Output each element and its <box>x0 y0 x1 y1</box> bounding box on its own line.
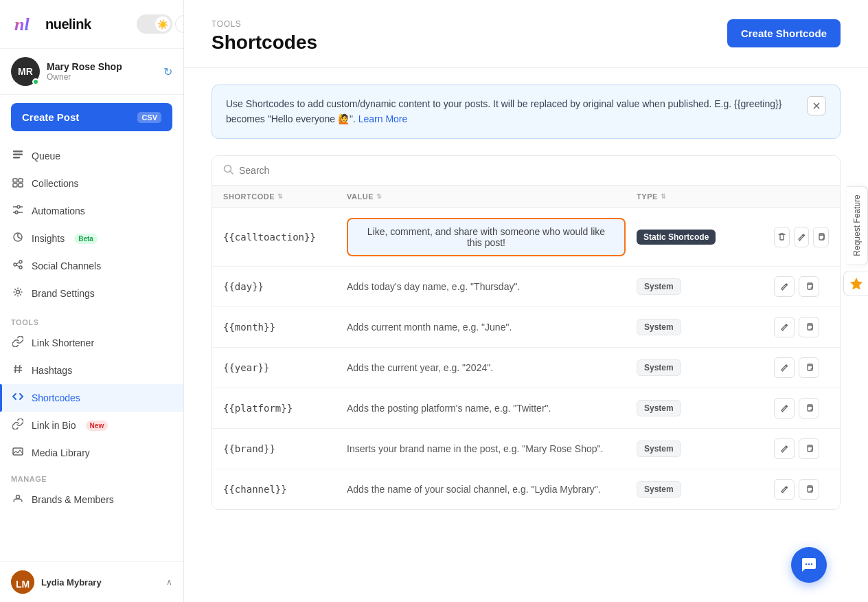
svg-line-23 <box>19 365 20 373</box>
search-input[interactable] <box>239 165 829 176</box>
sidebar-item-automations-label: Automations <box>32 205 85 216</box>
type-badge-system: System <box>637 278 681 295</box>
edit-button[interactable] <box>774 357 795 378</box>
svg-rect-4 <box>13 157 20 159</box>
sidebar-item-queue-label: Queue <box>32 150 60 161</box>
theme-toggle[interactable]: ☀️ <box>137 14 172 34</box>
svg-rect-36 <box>808 406 812 411</box>
account-name: Mary Rose Shop <box>47 61 157 72</box>
copy-button[interactable] <box>799 398 819 419</box>
sidebar: nl nuelink ☀️ ‹ MR Mary Ro <box>0 0 184 602</box>
search-bar <box>212 156 840 186</box>
svg-point-27 <box>16 495 20 499</box>
main-content: TOOLS Shortcodes Create Shortcode Use Sh… <box>184 0 868 602</box>
create-shortcode-button[interactable]: Create Shortcode <box>727 19 841 47</box>
sort-value-icon[interactable]: ⇅ <box>376 193 382 200</box>
type-badge-system: System <box>637 441 681 457</box>
sidebar-item-insights[interactable]: Insights Beta <box>0 225 183 252</box>
edit-button[interactable] <box>774 276 795 297</box>
svg-rect-2 <box>13 150 23 153</box>
edit-button[interactable] <box>774 438 795 459</box>
sidebar-item-hashtags[interactable]: Hashtags <box>0 357 183 384</box>
queue-icon <box>11 149 25 163</box>
svg-rect-37 <box>808 447 812 452</box>
sidebar-item-queue[interactable]: Queue <box>0 142 183 170</box>
table-header: SHORTCODE ⇅ VALUE ⇅ TYPE ⇅ <box>212 186 840 208</box>
request-feature-tab[interactable]: Request Feature <box>847 186 868 265</box>
sidebar-footer[interactable]: LM Lydia Mybrary ∧ <box>0 561 183 602</box>
chevron-down-icon: ∧ <box>166 577 172 587</box>
link-in-bio-new-badge: New <box>86 421 108 431</box>
automations-icon <box>11 204 25 218</box>
tools-section-label: TOOLS <box>0 310 183 329</box>
actions-platform <box>774 398 829 419</box>
create-post-button[interactable]: Create Post CSV <box>11 103 172 131</box>
sidebar-item-automations[interactable]: Automations <box>0 197 183 225</box>
sidebar-item-hashtags-label: Hashtags <box>32 365 72 376</box>
value-highlighted-calltoaction[interactable]: Like, comment, and share with someone wh… <box>347 218 626 256</box>
value-day: Adds today's day name, e.g. "Thursday". <box>347 281 637 292</box>
tools-nav: Link Shortener Hashtags Shortcodes Link … <box>0 329 183 467</box>
footer-user-avatar: LM <box>11 570 34 594</box>
brands-members-icon <box>11 493 25 506</box>
svg-rect-5 <box>13 179 17 182</box>
sidebar-item-link-in-bio[interactable]: Link in Bio New <box>0 412 183 439</box>
refresh-icon[interactable]: ↻ <box>163 65 172 78</box>
type-badge-system: System <box>637 400 681 416</box>
sidebar-item-link-shortener[interactable]: Link Shortener <box>0 329 183 357</box>
media-library-icon <box>11 446 25 460</box>
account-info: Mary Rose Shop Owner <box>47 61 157 82</box>
learn-more-link[interactable]: Learn More <box>358 113 408 124</box>
col-header-value: VALUE ⇅ <box>347 192 637 201</box>
sidebar-item-brands-members[interactable]: Brands & Members <box>0 486 183 513</box>
page-section-label: TOOLS <box>212 19 317 29</box>
edit-button[interactable] <box>774 317 795 337</box>
col-header-type: TYPE ⇅ <box>637 192 774 201</box>
delete-button[interactable] <box>774 227 790 247</box>
copy-button[interactable] <box>799 276 819 297</box>
sidebar-item-shortcodes[interactable]: Shortcodes <box>0 384 183 412</box>
sidebar-item-brands-members-label: Brands & Members <box>32 494 114 505</box>
copy-button[interactable] <box>799 357 819 378</box>
nuelink-logo: nl <box>11 10 40 38</box>
sidebar-item-brand-settings-label: Brand Settings <box>32 288 95 299</box>
svg-point-18 <box>19 266 22 269</box>
edit-button[interactable] <box>794 227 810 247</box>
star-button[interactable] <box>843 271 868 296</box>
sidebar-item-social-channels[interactable]: Social Channels <box>0 252 183 280</box>
svg-rect-35 <box>808 366 812 370</box>
manage-section-label: MANAGE <box>0 467 183 486</box>
svg-point-42 <box>811 564 812 565</box>
svg-rect-3 <box>13 154 23 156</box>
banner-collapse-button[interactable] <box>807 96 826 115</box>
sort-type-icon[interactable]: ⇅ <box>661 193 667 200</box>
edit-button[interactable] <box>774 398 795 419</box>
sort-shortcode-icon[interactable]: ⇅ <box>277 193 284 200</box>
sidebar-item-brand-settings[interactable]: Brand Settings <box>0 280 183 307</box>
account-section: MR Mary Rose Shop Owner ↻ <box>0 49 183 95</box>
svg-rect-32 <box>819 235 824 240</box>
value-year: Adds the current year, e.g. "2024". <box>347 362 637 373</box>
copy-button[interactable] <box>799 317 819 337</box>
copy-button[interactable] <box>813 227 829 247</box>
online-indicator <box>32 78 39 85</box>
svg-rect-8 <box>19 183 23 187</box>
link-shortener-icon <box>11 336 25 350</box>
copy-button[interactable] <box>799 438 819 459</box>
svg-point-21 <box>16 291 20 294</box>
sidebar-item-collections-label: Collections <box>32 178 78 189</box>
sidebar-item-media-library[interactable]: Media Library <box>0 439 183 467</box>
edit-button[interactable] <box>774 479 795 500</box>
sidebar-item-link-in-bio-label: Link in Bio <box>32 420 76 431</box>
chat-button[interactable] <box>791 547 827 583</box>
table-row: {{brand}} Inserts your brand name in the… <box>212 429 840 469</box>
info-banner-text: Use Shortcodes to add custom/dynamic con… <box>226 96 799 127</box>
sidebar-item-collections[interactable]: Collections <box>0 170 183 197</box>
page-header-info: TOOLS Shortcodes <box>212 19 317 54</box>
sidebar-collapse-button[interactable]: ‹ <box>175 15 184 33</box>
svg-rect-6 <box>19 179 23 182</box>
copy-button[interactable] <box>799 479 819 500</box>
table-row: {{month}} Adds current month name, e.g. … <box>212 307 840 348</box>
svg-line-20 <box>16 265 19 267</box>
shortcode-year: {{year}} <box>223 362 347 373</box>
